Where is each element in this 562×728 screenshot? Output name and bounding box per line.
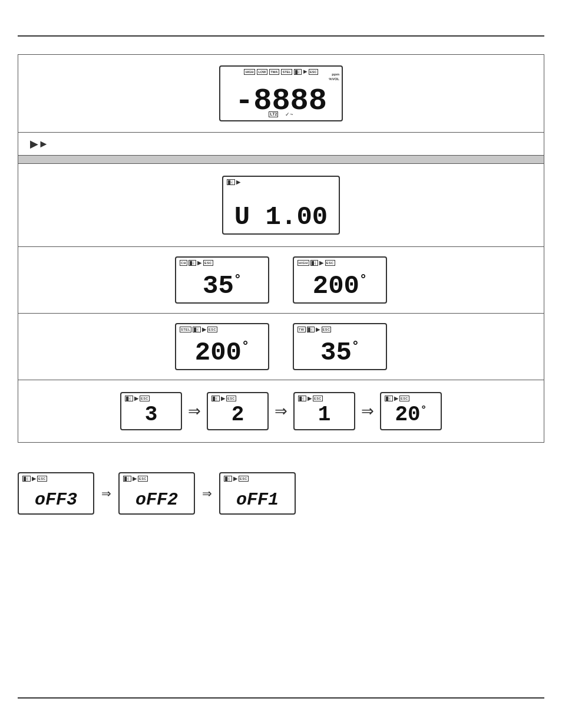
bl-icon-3: █┤ [193, 327, 201, 332]
single-sound-icon: ▶ [236, 179, 241, 185]
stel-tag-2: STEL [180, 327, 191, 332]
esc-tag-7: ESC [313, 396, 323, 401]
off3-value: oFF3 [35, 490, 77, 510]
esc-tag-4: ESC [322, 327, 332, 332]
bl-icon-5: █┤ [125, 396, 133, 401]
sound-icon-4: ▶ [316, 327, 320, 332]
pct-vol-unit: %VOL [329, 77, 339, 81]
degree-2: ° [359, 273, 367, 288]
ppm-unit: ppm [332, 73, 339, 76]
lcd-20: █┤ ▶ ESC 20° [380, 392, 442, 430]
row-two-b-displays: STEL █┤ ▶ ESC 200° TW █┤ ▶ ESC 35° [18, 314, 544, 380]
row-two-displays: CH █┤ ▶ ESC 35° HIGH █┤ ▶ ESC 200° [18, 247, 544, 314]
lcd-count-1: █┤ ▶ ESC 1 [293, 392, 355, 430]
off2-bl-icon: █┤ [123, 476, 131, 482]
lcd-tw-icons: TW █┤ ▶ ESC [297, 327, 382, 332]
bottom-rule [18, 697, 544, 699]
speaker-icon: ▶► [30, 137, 49, 150]
row-single-display: █┤ ▶ U 1.00 [18, 164, 544, 247]
lcd-stel-200: STEL █┤ ▶ ESC 200° [175, 323, 269, 370]
lcd-1-icons: █┤ ▶ ESC [298, 396, 351, 401]
degree-1: ° [234, 273, 242, 288]
off3-esc-tag: ESC [37, 476, 47, 482]
esc-tag: ESC [309, 69, 318, 75]
off2-lcd: █┤ ▶ ESC oFF2 [118, 472, 195, 515]
full-lcd-display: HIGH LOW TWA STEL █┤ ▶ ESC ppm %VOL -888… [219, 65, 343, 121]
single-bl-icon: █┤ [227, 179, 235, 185]
bl-icon-8: █┤ [385, 396, 393, 401]
lcd-count-2: █┤ ▶ ESC 2 [207, 392, 269, 430]
lcd-tw-35: TW █┤ ▶ ESC 35° [293, 323, 387, 370]
lcd-count-3: █┤ ▶ ESC 3 [120, 392, 182, 430]
off-arrow-1: ⇒ [101, 486, 111, 500]
bl-icon-4: █┤ [307, 327, 315, 332]
esc-tag-5: ESC [140, 396, 150, 401]
row-full-display: HIGH LOW TWA STEL █┤ ▶ ESC ppm %VOL -888… [18, 55, 544, 133]
off-section: █┤ ▶ ESC oFF3 ⇒ █┤ ▶ ESC oFF2 ⇒ █┤ ▶ ESC… [18, 472, 544, 515]
low-tag: LOW [257, 69, 267, 75]
lcd-3-icons: █┤ ▶ ESC [125, 396, 177, 401]
lcd-35-value: 35° [203, 273, 242, 299]
sound-icon-8: ▶ [394, 396, 399, 401]
lcd-2-value: 2 [232, 404, 244, 426]
arrow-2: ⇒ [275, 402, 287, 420]
esc-tag-3: ESC [207, 327, 217, 332]
arrow-3: ⇒ [361, 402, 374, 420]
off3-icons: █┤ ▶ ESC [22, 476, 90, 482]
arrow-1: ⇒ [188, 402, 201, 420]
off2-sound-icon: ▶ [133, 476, 137, 482]
off1-bl-icon: █┤ [224, 476, 232, 482]
off2-value: oFF2 [135, 490, 178, 510]
off1-icons: █┤ ▶ ESC [224, 476, 291, 482]
top-rule [18, 35, 544, 37]
lcd-1-value: 1 [318, 404, 331, 426]
esc-tag-6: ESC [226, 396, 236, 401]
full-top-icons: HIGH LOW TWA STEL █┤ ▶ ESC [224, 69, 338, 75]
lcd-stel-200-value: 200° [195, 340, 249, 365]
off2-esc-tag: ESC [138, 476, 148, 482]
bl-icon-2: █┤ [310, 260, 319, 266]
lcd-high-200: HIGH █┤ ▶ ESC 200° [293, 256, 387, 304]
off-arrow-2: ⇒ [202, 486, 212, 500]
single-lcd: █┤ ▶ U 1.00 [222, 176, 340, 235]
stel-tag: STEL [281, 69, 292, 75]
esc-tag-1: ESC [203, 260, 213, 266]
main-display-box: HIGH LOW TWA STEL █┤ ▶ ESC ppm %VOL -888… [18, 54, 544, 443]
lcd-2-icons: █┤ ▶ ESC [211, 396, 264, 401]
off3-sound-icon: ▶ [32, 476, 37, 482]
wave-icon: ✓~ [285, 111, 293, 117]
bl-icon-6: █┤ [211, 396, 220, 401]
lcd-ch-icons: CH █┤ ▶ ESC [180, 260, 265, 266]
lcd-20-value: 20° [395, 404, 427, 426]
sound-icon: ▶ [303, 69, 307, 75]
tw-tag: TW [297, 327, 306, 332]
off1-esc-tag: ESC [239, 476, 249, 482]
sound-icon-6: ▶ [221, 396, 226, 401]
esc-tag-2: ESC [325, 260, 335, 266]
high-tag: HIGH [244, 69, 255, 75]
ch-tag: CH [180, 260, 187, 266]
off1-sound-icon: ▶ [233, 476, 238, 482]
lt2-icon: LT2 [269, 111, 278, 117]
sound-icon-5: ▶ [134, 396, 139, 401]
single-lcd-value: U 1.00 [234, 204, 328, 230]
row-speaker: ▶► [18, 133, 544, 156]
off2-icons: █┤ ▶ ESC [123, 476, 190, 482]
off1-value: oFF1 [236, 490, 279, 510]
lcd-200-value: 200° [313, 273, 367, 299]
degree-5: ° [421, 404, 427, 416]
single-lcd-icons: █┤ ▶ [227, 179, 335, 185]
full-right-icons: ppm %VOL [329, 73, 339, 81]
bl-tag: █┤ [294, 69, 302, 75]
full-bottom-icons: LT2 ✓~ [226, 111, 336, 117]
sound-icon-7: ▶ [308, 396, 312, 401]
esc-tag-8: ESC [399, 396, 409, 401]
sound-icon-3: ▶ [202, 327, 207, 332]
lcd-20-icons: █┤ ▶ ESC [385, 396, 437, 401]
lcd-stel-icons: STEL █┤ ▶ ESC [180, 327, 265, 332]
sound-icon-1: ▶ [197, 260, 202, 266]
lcd-high-icons: HIGH █┤ ▶ ESC [297, 260, 382, 266]
row-four-displays: █┤ ▶ ESC 3 ⇒ █┤ ▶ ESC 2 ⇒ █┤ ▶ ESC 1 ⇒ [18, 380, 544, 442]
lcd-3-value: 3 [145, 404, 158, 426]
sound-icon-2: ▶ [319, 260, 324, 266]
